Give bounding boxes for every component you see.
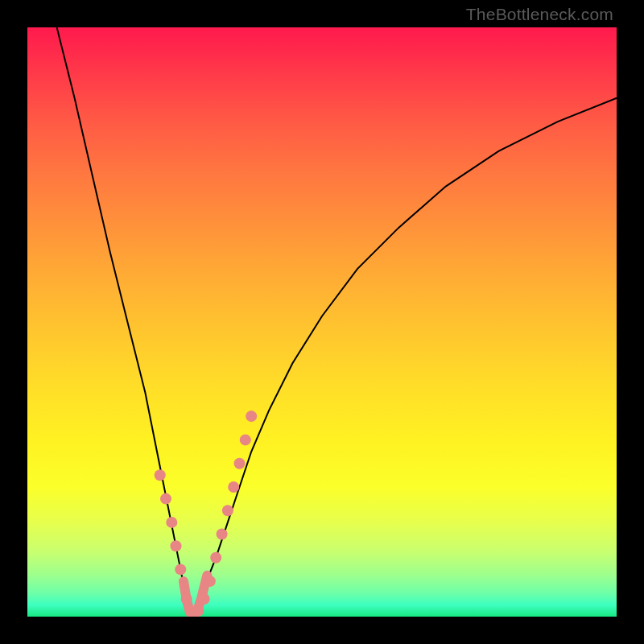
highlight-dot xyxy=(210,552,221,564)
highlight-dot xyxy=(240,434,251,445)
highlight-dot xyxy=(222,505,233,516)
highlight-dot xyxy=(234,458,246,469)
highlight-dot xyxy=(160,493,171,505)
highlight-dot xyxy=(166,517,177,528)
highlight-dot xyxy=(192,605,204,617)
highlight-dot xyxy=(199,593,210,605)
highlight-dot xyxy=(171,540,182,551)
chart-frame: TheBottleneck.com xyxy=(0,0,644,644)
highlight-dot xyxy=(204,576,216,587)
highlight-dot xyxy=(175,564,186,575)
highlight-dot xyxy=(181,593,192,605)
highlight-dot xyxy=(246,411,257,422)
highlight-dot xyxy=(217,529,228,540)
highlight-dot xyxy=(228,481,239,493)
plot-area xyxy=(27,27,617,617)
bottleneck-curve xyxy=(57,27,617,617)
chart-svg xyxy=(27,27,617,617)
watermark-label: TheBottleneck.com xyxy=(466,5,613,24)
highlight-dot xyxy=(155,469,166,481)
